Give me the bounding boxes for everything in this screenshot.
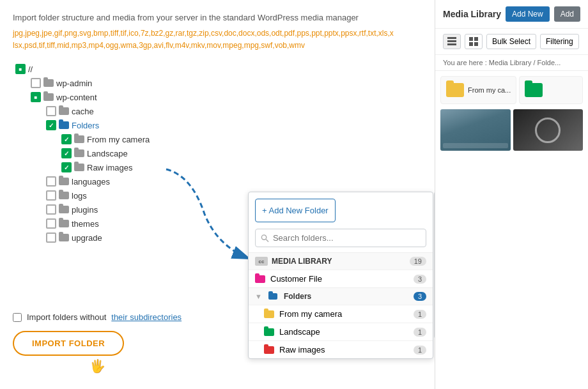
media-library-section-header[interactable]: cc MEDIA LIBRARY 19 [249,252,433,270]
svg-rect-5 [447,43,456,45]
folders-section-title: ▼ Folders [255,292,311,301]
checkbox-plugins[interactable] [46,204,56,215]
folder-item-from-my-camera[interactable]: From my camera 1 [249,305,433,323]
search-box[interactable] [255,229,426,247]
ml-photo-ferris-wheel [513,109,584,151]
tree-item-raw-images: Raw images [61,160,422,174]
folder-icon-from-my-camera [264,310,274,318]
raw-images-badge: 1 [414,346,426,355]
no-subdir-option[interactable]: Import folders without their subdirector… [13,312,182,322]
tree-item-languages: languages [46,174,422,188]
folder-icon-upgrade [59,234,69,241]
folder-item-landscape-panel[interactable]: Landscape 1 [249,323,433,340]
svg-rect-9 [474,42,478,46]
ml-folder-icon-yellow [446,83,464,97]
folder-panel: + Add New Folder cc MEDIA LIBRARY 19 Cus… [248,192,433,359]
landscape-badge: 1 [414,328,426,337]
checkbox-upgrade[interactable] [46,233,56,243]
media-library-badge: 19 [410,257,426,266]
folder-icon-wp-content [43,93,54,101]
ml-add-new-button[interactable]: Add New [506,6,550,22]
search-input[interactable] [273,233,421,243]
label-wp-admin: wp-admin [56,79,92,88]
folder-icon-raw-images [264,346,274,354]
svg-rect-6 [469,37,473,41]
ml-grid: From my ca... [435,71,588,109]
cursor-indicator: 🖐 [13,358,182,374]
ml-toolbar: Bulk Select Filtering [435,29,588,55]
label-wp-content: wp-content [56,93,97,102]
folder-icon-raw-images [74,164,84,171]
chevron-down-icon: ▼ [255,293,262,300]
tree-root: // [15,62,422,76]
ml-folder-icon-green [525,83,543,97]
from-my-camera-badge: 1 [414,310,426,319]
label-from-my-camera: From my camera [87,135,150,144]
import-footer: Import folders without their subdirector… [13,312,182,374]
right-media-library-panel: Media Library Add New Add Bulk Select Fi… [435,0,588,389]
folder-icon-from-my-camera [74,135,84,143]
description-text: Import folder structure and media from y… [13,13,422,22]
svg-rect-8 [469,42,473,46]
checkbox-wp-admin[interactable] [31,78,41,88]
label-themes: themes [72,219,99,229]
label-plugins: plugins [72,205,98,215]
checkbox-wp-content[interactable] [31,92,41,102]
folder-icon-languages [59,178,69,185]
svg-rect-3 [447,37,456,39]
filtering-button[interactable]: Filtering [540,34,579,49]
folders-section-header[interactable]: ▼ Folders 3 [249,287,433,305]
ml-header: Media Library Add New Add [435,0,588,29]
checkbox-raw-images[interactable] [61,162,72,172]
folder-icon-section [268,293,277,300]
root-slash: // [28,65,33,74]
checkbox-cache[interactable] [46,106,56,116]
file-types: jpg,jpeg,jpe,gif,png,svg,bmp,tiff,tif,ic… [13,27,422,52]
checkbox-languages[interactable] [46,176,56,187]
folder-icon-logs [59,192,69,199]
add-new-folder-button[interactable]: + Add New Folder [255,199,336,222]
tree-item-landscape: Landscape [61,146,422,160]
folder-icon-customer-file [255,275,265,283]
folder-icon-folders [59,121,69,129]
folder-icon-cache [59,107,69,115]
folder-item-customer-file[interactable]: Customer File 3 [249,270,433,287]
ml-folder-label-from-my-camera: From my ca... [468,86,511,94]
bulk-select-button[interactable]: Bulk Select [486,34,536,49]
checkbox-from-my-camera[interactable] [61,134,72,144]
tree-item-cache: cache [46,104,422,118]
ml-folder-from-my-camera[interactable]: From my ca... [440,76,516,104]
checkbox-themes[interactable] [46,218,56,229]
tree-item-from-my-camera: From my camera [61,132,422,146]
checkbox-folders[interactable] [46,120,56,130]
tree-item-folders: Folders [46,118,422,132]
checkbox-logs[interactable] [46,190,56,201]
svg-point-1 [261,234,266,239]
folder-icon-wp-admin [43,79,54,87]
list-view-button[interactable] [443,34,461,49]
folder-item-raw-images-panel[interactable]: Raw images 1 [249,340,433,358]
customer-file-badge: 3 [414,275,426,284]
folder-icon-themes [59,220,69,227]
divider-bar[interactable] [434,192,435,339]
ml-folder-green[interactable] [519,76,583,104]
label-languages: languages [72,177,110,187]
ml-title: Media Library [443,9,501,19]
svg-rect-4 [447,40,456,42]
checkbox-landscape[interactable] [61,148,72,158]
no-subdir-checkbox[interactable] [13,313,22,322]
folder-icon-plugins [59,206,69,213]
main-panel: Import folder structure and media from y… [0,0,435,389]
grid-view-icon [469,37,478,46]
ml-photos [435,109,588,151]
import-folder-button[interactable]: IMPORT FOLDER [13,331,124,356]
grid-view-button[interactable] [465,34,483,49]
label-raw-images: Raw images [87,163,133,172]
tree-item-wp-admin: wp-admin [31,76,422,90]
ml-breadcrumb: You are here : Media Library / Folde... [435,55,588,71]
no-subdir-link[interactable]: their subdirectories [111,312,182,322]
root-checkbox[interactable] [15,64,26,74]
ml-add-button[interactable]: Add [554,6,580,22]
label-upgrade: upgrade [72,233,102,243]
folder-icon-landscape [74,149,84,157]
